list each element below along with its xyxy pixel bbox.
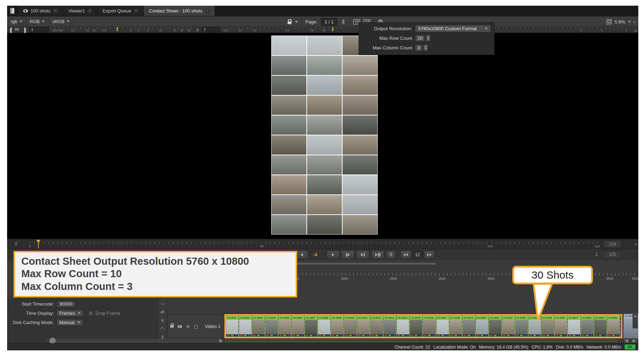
close-icon[interactable]: × [205,9,210,14]
timeline-tool-icon[interactable]: ⇄ [160,309,164,314]
timeline-clip[interactable]: V1-0001 [226,316,238,337]
contact-sheet-thumbnail[interactable] [343,115,377,135]
increment-button[interactable] [424,251,435,259]
proxy-stripes-icon[interactable] [606,19,612,25]
tab-contact-sheet[interactable]: Contact Sheet - 100 shots × [144,6,215,16]
tab-100-shots[interactable]: 100 shots × [18,6,63,16]
frame-increment-field[interactable]: 12 [412,251,423,259]
workspace-icon[interactable] [10,8,15,14]
timeline-clip[interactable]: V1-0028 [581,316,593,337]
zoom-level[interactable]: 5.6% [615,19,625,25]
timeline-clip[interactable]: V1-0012 [371,316,383,337]
goto-end-button[interactable] [371,251,384,259]
scroll-left-button-2[interactable] [624,338,630,343]
contact-sheet-thumbnail[interactable] [272,155,306,174]
scroll-up-icon[interactable] [634,315,637,317]
contact-sheet-thumbnail[interactable] [272,96,306,115]
output-resolution-dropdown[interactable]: 5760x10800 Custom Format [415,25,491,32]
timeline-tool-icon[interactable]: ◠ [160,326,164,332]
aperture-next-icon[interactable] [24,28,26,32]
contact-sheet-thumbnail[interactable] [343,175,377,194]
close-icon[interactable]: × [53,9,58,14]
timeline-clip[interactable]: V1-0015 [410,316,422,337]
timeline-tool-icon[interactable]: ↔ [160,301,165,306]
timeline-clip[interactable]: V1-0003 [252,316,264,337]
skip-back-button[interactable] [295,251,308,259]
gain-slider[interactable]: 0.030.050.10.20.30.5123510203050 [50,27,192,33]
left-panel-scrollbar[interactable] [46,339,227,343]
vertical-scrollbar[interactable] [633,314,638,328]
contact-sheet-thumbnail[interactable] [343,195,377,214]
timeline-clip[interactable]: V1-0020 [476,316,488,337]
aperture-prev-icon[interactable] [10,28,12,32]
duration-field[interactable]: 124 [604,240,621,248]
scroll-right-button[interactable] [631,338,637,343]
lock-icon[interactable] [288,21,291,24]
page-field[interactable]: 1 / 1 [321,18,337,26]
collapse-icon[interactable]: » [633,29,638,31]
tab-viewer1[interactable]: Viewer1 × [63,6,98,16]
timeline-clip[interactable]: V1-0019 [463,316,475,337]
contact-sheet-thumbnail[interactable] [272,175,306,194]
contact-sheet-thumbnail[interactable] [307,195,342,214]
timeline-clip[interactable]: V1-0009 [331,316,343,337]
gain-field[interactable]: 1 [29,27,49,32]
time-display-dropdown[interactable]: Frames [56,310,83,317]
timeline-clip[interactable]: V1-0027 [568,316,580,337]
contact-sheet-thumbnail[interactable] [343,96,377,115]
track-lock-icon[interactable] [170,325,174,328]
layer-dropdown[interactable]: RGB [26,16,49,27]
colorspace-dropdown[interactable]: sRGB [49,16,73,27]
close-icon[interactable]: × [87,9,92,14]
scroll-left-button[interactable] [217,338,223,343]
collapse-icon[interactable]: » [632,21,637,22]
timeline-clip[interactable]: V1-0016 [423,316,435,337]
timeline-clip[interactable]: V1-0017 [437,316,449,337]
max-row-spinner[interactable] [426,34,431,42]
track-header[interactable]: ≋ ▢ Video 1 [167,314,224,338]
play-from-start-button[interactable] [342,251,354,259]
timeline-clip[interactable]: V1-0013 [384,316,396,337]
chevron-down-icon[interactable] [628,21,631,23]
max-row-count-field[interactable]: 10 [415,35,425,42]
contact-sheet-thumbnail[interactable] [307,155,342,174]
contact-sheet-thumbnail[interactable] [307,76,342,95]
timeline-clip[interactable]: V1-0018 [450,316,462,337]
track-visibility-icon[interactable] [178,325,182,328]
contact-sheet-thumbnail[interactable] [307,36,342,55]
contact-sheet-thumbnail[interactable] [343,155,377,174]
disk-caching-dropdown[interactable]: Manual [56,319,83,326]
page-spinner[interactable] [341,18,346,25]
out-frame-field[interactable]: 125 [604,251,621,258]
track-layers-icon[interactable]: ≋ [186,324,190,329]
scrollbar-grip[interactable] [418,340,429,342]
contact-sheet-thumbnail[interactable] [343,56,377,75]
timeline-clip[interactable]: V1-0029 [594,316,606,337]
contact-sheet-thumbnail[interactable] [272,135,306,155]
contact-sheet-thumbnail[interactable] [343,135,377,155]
timeline-clip[interactable]: V1-0007 [305,316,317,337]
track-mask-icon[interactable]: ▢ [194,324,198,329]
timeline-clip[interactable]: V1-0011 [358,316,370,337]
contact-sheet-thumbnail[interactable] [272,215,306,234]
zero-button[interactable]: 0 [386,251,395,259]
contact-sheet-thumbnail[interactable] [307,175,342,194]
timeline-scrollbar[interactable] [224,339,618,343]
max-column-spinner[interactable] [423,44,428,51]
contact-sheet-thumbnail[interactable] [307,215,342,234]
contact-sheet-thumbnail[interactable] [307,115,342,135]
export-frame-icon[interactable]: ↧ [595,252,598,257]
collapse-icon[interactable]: » [633,243,638,245]
contact-sheet-thumbnail[interactable] [343,215,377,234]
gamma-field[interactable]: 1 [202,27,220,32]
viewer-canvas[interactable] [7,33,638,239]
timeline-clip[interactable]: V1-0004 [266,316,278,337]
chevron-down-icon[interactable] [295,21,298,23]
timeline-clip[interactable]: V1-0030 [607,316,620,337]
drop-frame-checkbox[interactable] [88,311,93,316]
close-icon[interactable]: × [133,9,138,14]
contact-sheet-thumbnail[interactable] [272,36,306,55]
timeline-clip[interactable]: V1-0002 [239,316,251,337]
contact-sheet-thumbnail[interactable] [343,76,377,95]
contact-sheet-thumbnail[interactable] [307,135,342,155]
